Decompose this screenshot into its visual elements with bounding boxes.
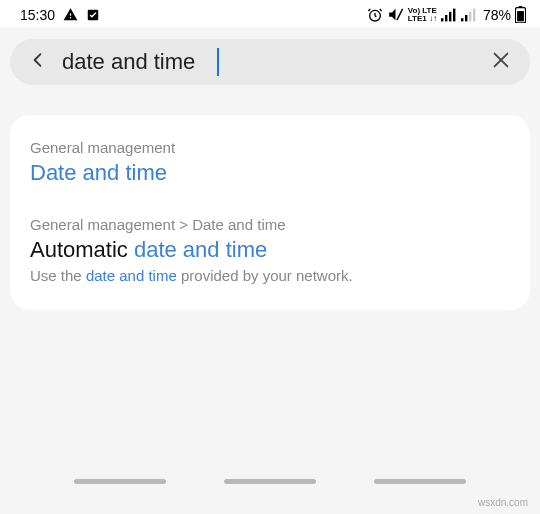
close-icon	[490, 49, 512, 71]
status-left: 15:30	[20, 7, 100, 23]
network-label: Vo) LTE LTE1 ↓↑	[408, 7, 437, 23]
svg-rect-6	[453, 8, 455, 21]
checkbox-icon	[86, 8, 100, 22]
battery-icon	[515, 6, 526, 23]
svg-rect-9	[469, 11, 471, 21]
chevron-left-icon	[28, 47, 48, 73]
search-result[interactable]: General management > Date and time Autom…	[30, 216, 510, 284]
svg-rect-7	[461, 18, 463, 21]
clock: 15:30	[20, 7, 55, 23]
svg-rect-10	[473, 8, 475, 21]
watermark: wsxdn.com	[478, 497, 528, 508]
search-bar	[10, 39, 530, 85]
nav-back-button[interactable]	[374, 479, 466, 484]
result-subtitle: Use the date and time provided by your n…	[30, 267, 510, 284]
search-result[interactable]: General management Date and time	[30, 139, 510, 186]
mute-icon	[387, 6, 404, 23]
signal-icon	[441, 8, 457, 22]
warning-icon	[63, 7, 78, 22]
result-breadcrumb: General management > Date and time	[30, 216, 510, 233]
signal-icon-2	[461, 8, 477, 22]
battery-percent: 78%	[483, 7, 511, 23]
status-right: Vo) LTE LTE1 ↓↑ 78%	[367, 6, 526, 23]
nav-recents-button[interactable]	[74, 479, 166, 484]
text-cursor	[217, 48, 219, 76]
svg-rect-8	[465, 15, 467, 21]
results-card: General management Date and time General…	[10, 115, 530, 310]
clear-button[interactable]	[490, 49, 512, 75]
result-title: Automatic date and time	[30, 237, 510, 263]
status-bar: 15:30 Vo) LTE LTE1 ↓↑ 78%	[0, 0, 540, 27]
svg-line-2	[397, 9, 403, 20]
result-title: Date and time	[30, 160, 510, 186]
svg-rect-4	[445, 15, 447, 21]
search-input[interactable]	[62, 49, 476, 75]
svg-rect-13	[519, 6, 522, 8]
result-breadcrumb: General management	[30, 139, 510, 156]
svg-rect-5	[449, 11, 451, 21]
back-button[interactable]	[28, 47, 48, 77]
nav-home-button[interactable]	[224, 479, 316, 484]
svg-rect-3	[441, 18, 443, 21]
svg-rect-12	[517, 11, 524, 21]
navigation-bar	[0, 479, 540, 484]
alarm-icon	[367, 7, 383, 23]
